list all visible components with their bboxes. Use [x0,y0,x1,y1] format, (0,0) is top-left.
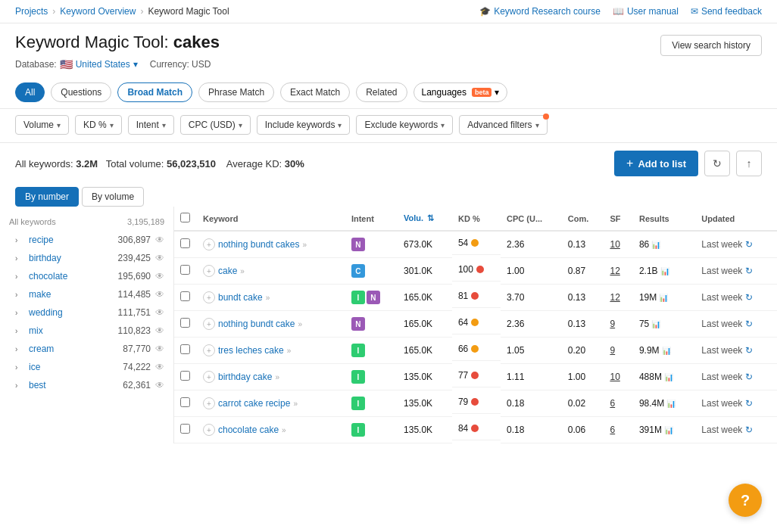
keyword-column-header[interactable]: Keyword [197,207,345,231]
row-refresh-icon[interactable]: ↻ [745,239,753,250]
sf-value[interactable]: 10 [610,372,619,382]
com-column-header[interactable]: Com. [562,207,604,231]
row-checkbox-cell[interactable] [174,311,197,338]
keyword-link[interactable]: nothing bundt cake » [218,319,302,329]
sf-value[interactable]: 6 [610,398,615,409]
add-keyword-icon[interactable]: + [203,318,215,330]
cpc-filter[interactable]: CPC (USD) ▾ [180,115,251,135]
keyword-link[interactable]: nothing bundt cakes » [218,239,307,250]
sidebar-item[interactable]: › ice 74,222 👁 [0,358,173,376]
sidebar-item[interactable]: › mix 110,823 👁 [0,322,173,340]
row-refresh-icon[interactable]: ↻ [745,398,753,409]
keyword-link[interactable]: cake » [218,266,245,276]
cpc-column-header[interactable]: CPC (U... [501,207,562,231]
keyword-link[interactable]: carrot cake recipe » [218,398,298,409]
tab-questions[interactable]: Questions [51,82,111,102]
sf-value[interactable]: 10 [610,239,619,250]
intent-filter[interactable]: Intent ▾ [128,115,174,135]
eye-icon[interactable]: 👁 [155,344,164,354]
keyword-research-course-link[interactable]: 🎓 Keyword Research course [479,6,601,17]
row-checkbox-cell[interactable] [174,338,197,364]
tab-related[interactable]: Related [356,82,407,102]
row-checkbox-cell[interactable] [174,417,197,443]
row-checkbox[interactable] [180,424,190,434]
add-keyword-icon[interactable]: + [203,238,215,250]
row-refresh-icon[interactable]: ↻ [745,345,753,356]
languages-button[interactable]: Languages beta ▾ [413,82,508,102]
add-keyword-icon[interactable]: + [203,265,215,277]
select-all-checkbox[interactable] [180,213,190,222]
kd-filter[interactable]: KD % ▾ [75,115,122,135]
row-checkbox-cell[interactable] [174,364,197,390]
include-keywords-filter[interactable]: Include keywords ▾ [257,115,351,135]
row-checkbox[interactable] [180,371,190,381]
view-history-button[interactable]: View search history [660,35,762,56]
row-checkbox-cell[interactable] [174,285,197,311]
keyword-link[interactable]: bundt cake » [218,292,270,303]
advanced-filters-button[interactable]: Advanced filters ▾ [459,115,547,135]
sf-value[interactable]: 12 [610,292,619,303]
tab-all[interactable]: All [15,82,45,102]
select-all-header[interactable] [174,207,197,231]
sf-value[interactable]: 9 [610,345,615,356]
sf-column-header[interactable]: SF [604,207,632,231]
row-checkbox[interactable] [180,265,190,275]
tab-exact-match[interactable]: Exact Match [280,82,350,102]
row-refresh-icon[interactable]: ↻ [745,425,753,435]
eye-icon[interactable]: 👁 [155,380,164,390]
breadcrumb-keyword-overview[interactable]: Keyword Overview [60,6,136,17]
row-refresh-icon[interactable]: ↻ [745,292,753,303]
row-checkbox[interactable] [180,344,190,354]
add-keyword-icon[interactable]: + [203,397,215,409]
row-checkbox[interactable] [180,291,190,301]
add-keyword-icon[interactable]: + [203,371,215,383]
volume-filter[interactable]: Volume ▾ [15,115,69,135]
sidebar-item[interactable]: › cream 87,770 👁 [0,340,173,358]
sidebar-item[interactable]: › best 62,361 👁 [0,376,173,394]
row-refresh-icon[interactable]: ↻ [745,372,753,382]
add-to-list-button[interactable]: + Add to list [614,151,698,176]
eye-icon[interactable]: 👁 [155,235,164,245]
exclude-keywords-filter[interactable]: Exclude keywords ▾ [356,115,453,135]
updated-column-header[interactable]: Updated [695,207,777,231]
sf-value[interactable]: 6 [610,425,615,435]
kd-column-header[interactable]: KD % [452,207,501,231]
sf-value[interactable]: 12 [610,266,619,276]
sf-value[interactable]: 9 [610,319,615,329]
by-number-button[interactable]: By number [15,187,79,207]
volume-column-header[interactable]: Volu. ⇅ [398,207,452,231]
eye-icon[interactable]: 👁 [155,253,164,263]
row-refresh-icon[interactable]: ↻ [745,319,753,329]
tab-broad-match[interactable]: Broad Match [117,82,192,102]
breadcrumb-projects[interactable]: Projects [15,6,48,17]
send-feedback-link[interactable]: ✉ Send feedback [691,6,762,17]
row-checkbox-cell[interactable] [174,231,197,258]
row-checkbox[interactable] [180,397,190,407]
refresh-button[interactable]: ↻ [704,151,730,176]
sidebar-item[interactable]: › recipe 306,897 👁 [0,231,173,249]
tab-phrase-match[interactable]: Phrase Match [198,82,274,102]
keyword-link[interactable]: birthday cake » [218,372,279,382]
by-volume-button[interactable]: By volume [82,187,144,207]
keyword-link[interactable]: tres leches cake » [218,345,291,356]
keyword-link[interactable]: chocolate cake » [218,425,286,435]
user-manual-link[interactable]: 📖 User manual [613,6,679,17]
eye-icon[interactable]: 👁 [155,362,164,372]
sidebar-item[interactable]: › make 114,485 👁 [0,285,173,303]
row-checkbox[interactable] [180,318,190,328]
add-keyword-icon[interactable]: + [203,291,215,303]
sidebar-item[interactable]: › birthday 239,425 👁 [0,249,173,267]
export-button[interactable]: ↑ [736,151,762,176]
intent-column-header[interactable]: Intent [345,207,398,231]
row-checkbox-cell[interactable] [174,390,197,417]
sidebar-item[interactable]: › wedding 111,751 👁 [0,303,173,322]
sidebar-item[interactable]: › chocolate 195,690 👁 [0,267,173,285]
eye-icon[interactable]: 👁 [155,325,164,336]
eye-icon[interactable]: 👁 [155,271,164,282]
db-selector[interactable]: United States ▾ [76,59,138,70]
eye-icon[interactable]: 👁 [155,307,164,318]
add-keyword-icon[interactable]: + [203,424,215,436]
row-checkbox-cell[interactable] [174,258,197,285]
row-refresh-icon[interactable]: ↻ [745,266,753,276]
eye-icon[interactable]: 👁 [155,289,164,300]
